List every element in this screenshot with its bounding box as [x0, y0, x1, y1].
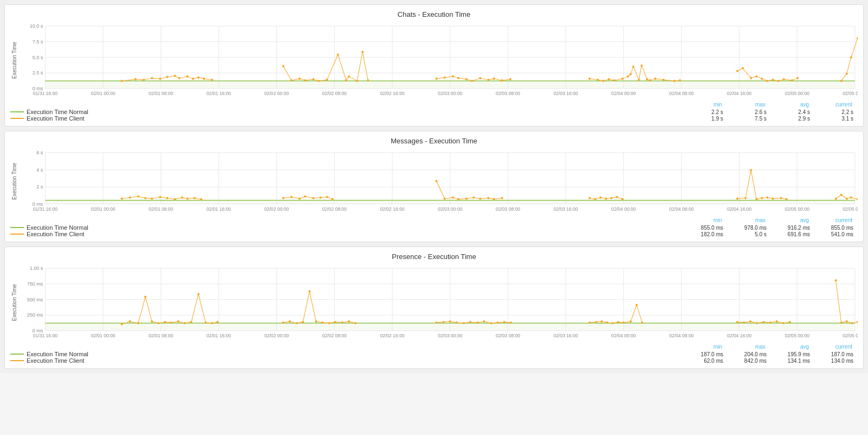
- legend-green-line: [10, 354, 24, 355]
- svg-point-289: [326, 196, 328, 198]
- svg-point-440: [197, 293, 200, 295]
- svg-text:02/02 08:00: 02/02 08:00: [322, 91, 347, 96]
- svg-point-463: [483, 320, 485, 323]
- chart-title-chats: Chats - Execution Time: [10, 10, 858, 18]
- svg-point-429: [121, 323, 123, 325]
- svg-line-378: [192, 294, 199, 322]
- legend-green-line: [10, 227, 24, 228]
- svg-point-302: [594, 198, 596, 200]
- svg-line-60: [327, 55, 338, 80]
- legend-area-chats: minmaxavgcurrentExecution Time Normal2.2…: [10, 102, 858, 122]
- svg-line-103: [847, 58, 851, 74]
- svg-point-439: [190, 321, 193, 323]
- stats-header-presence: minmaxavgcurrent: [10, 344, 858, 350]
- svg-point-307: [621, 198, 623, 200]
- svg-text:02/03 08:00: 02/03 08:00: [496, 91, 520, 96]
- svg-point-112: [151, 77, 153, 79]
- svg-text:02/01 08:00: 02/01 08:00: [149, 333, 173, 338]
- svg-text:02/04 00:00: 02/04 00:00: [611, 206, 636, 212]
- svg-point-285: [298, 198, 301, 200]
- svg-point-166: [755, 75, 757, 78]
- svg-point-443: [216, 321, 219, 323]
- svg-text:2.5 s: 2.5 s: [33, 70, 43, 75]
- svg-point-125: [304, 79, 306, 81]
- svg-line-261: [773, 198, 781, 199]
- svg-point-455: [354, 322, 356, 324]
- svg-point-476: [636, 304, 638, 306]
- svg-line-228: [167, 198, 175, 199]
- svg-point-485: [782, 322, 784, 324]
- svg-point-453: [341, 321, 343, 324]
- svg-point-435: [164, 321, 166, 323]
- svg-point-282: [200, 198, 202, 200]
- svg-line-46: [160, 77, 167, 79]
- svg-point-174: [840, 80, 843, 82]
- svg-point-151: [621, 78, 623, 80]
- svg-text:02/02 16:00: 02/02 16:00: [380, 91, 404, 96]
- svg-text:5.0 s: 5.0 s: [33, 55, 43, 60]
- svg-line-236: [305, 197, 313, 198]
- chart-svg-chats: 10.0 s7.5 s5.0 s2.5 s0 ms01/31 16:0002/0…: [21, 22, 858, 98]
- svg-point-162: [679, 79, 681, 81]
- svg-text:02/02 16:00: 02/02 16:00: [380, 206, 404, 212]
- svg-line-226: [152, 197, 160, 199]
- svg-line-222: [122, 198, 130, 199]
- svg-line-72: [480, 78, 488, 80]
- svg-point-477: [641, 321, 643, 324]
- svg-point-441: [205, 321, 207, 324]
- svg-line-243: [458, 199, 467, 199]
- svg-point-305: [610, 197, 612, 199]
- svg-point-138: [457, 77, 459, 79]
- svg-point-464: [490, 322, 492, 324]
- svg-text:02/03 16:00: 02/03 16:00: [553, 333, 578, 338]
- svg-point-437: [177, 320, 179, 323]
- svg-point-142: [487, 79, 489, 81]
- svg-point-134: [367, 79, 369, 81]
- svg-point-300: [501, 197, 503, 199]
- svg-point-119: [197, 77, 200, 79]
- svg-point-446: [296, 322, 298, 324]
- svg-line-240: [436, 181, 444, 199]
- svg-point-115: [174, 75, 176, 77]
- svg-point-458: [449, 320, 451, 323]
- legend-client-messages: Execution Time Client182.0 ms5.0 s691.6 …: [10, 231, 858, 237]
- svg-line-241: [445, 198, 453, 199]
- svg-line-100: [784, 79, 792, 80]
- svg-text:02/05 08:00: 02/05 08:00: [843, 91, 858, 96]
- svg-text:1.00 s: 1.00 s: [30, 266, 43, 271]
- legend-green-line: [10, 111, 24, 112]
- svg-point-126: [312, 78, 315, 80]
- svg-text:6 s: 6 s: [36, 150, 43, 155]
- svg-line-386: [309, 292, 316, 321]
- svg-point-301: [589, 197, 591, 199]
- svg-text:02/03 08:00: 02/03 08:00: [496, 206, 520, 212]
- svg-text:02/03 08:00: 02/03 08:00: [496, 333, 520, 338]
- svg-line-67: [445, 77, 453, 78]
- svg-line-102: [841, 74, 847, 81]
- svg-text:500 ms: 500 ms: [27, 297, 43, 302]
- svg-text:02/04 08:00: 02/04 08:00: [669, 333, 693, 338]
- svg-point-467: [510, 321, 512, 324]
- svg-point-290: [331, 198, 334, 200]
- svg-line-43: [136, 79, 144, 80]
- svg-text:02/03 00:00: 02/03 00:00: [438, 91, 462, 96]
- svg-line-370: [138, 297, 145, 323]
- svg-text:02/02 00:00: 02/02 00:00: [264, 91, 289, 96]
- svg-point-169: [772, 79, 774, 81]
- svg-point-283: [282, 197, 284, 199]
- svg-point-150: [613, 79, 615, 81]
- svg-point-157: [646, 78, 648, 80]
- legend-area-presence: minmaxavgcurrentExecution Time Normal187…: [10, 344, 858, 364]
- svg-point-296: [473, 197, 475, 199]
- svg-point-321: [857, 198, 858, 200]
- svg-point-484: [776, 320, 778, 323]
- svg-point-121: [211, 79, 213, 81]
- svg-point-122: [282, 65, 284, 67]
- svg-point-155: [638, 79, 640, 81]
- svg-point-292: [444, 198, 446, 200]
- svg-text:02/05 08:00: 02/05 08:00: [843, 333, 858, 338]
- svg-point-147: [597, 79, 599, 81]
- svg-point-123: [290, 79, 292, 81]
- svg-point-176: [850, 56, 852, 59]
- svg-point-170: [777, 80, 780, 82]
